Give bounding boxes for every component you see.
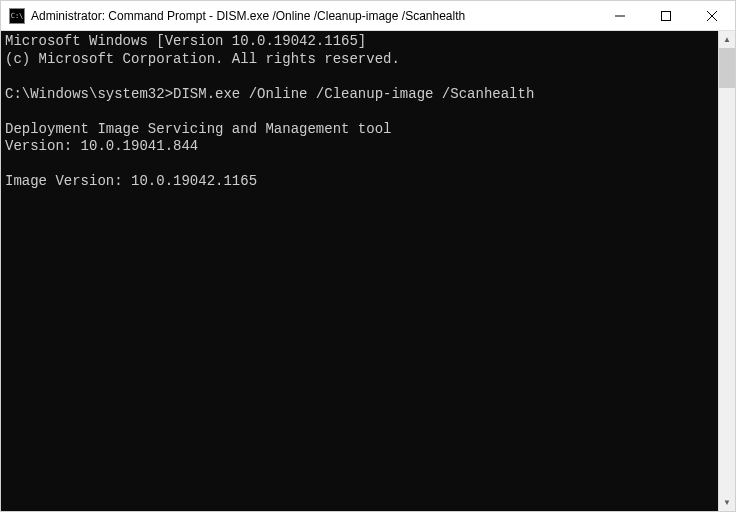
console-output[interactable]: Microsoft Windows [Version 10.0.19042.11…	[1, 31, 718, 511]
app-icon: C:\	[9, 8, 25, 24]
minimize-button[interactable]	[597, 1, 643, 30]
console-line: Microsoft Windows [Version 10.0.19042.11…	[5, 33, 366, 49]
maximize-button[interactable]	[643, 1, 689, 30]
console-line: Image Version: 10.0.19042.1165	[5, 173, 257, 189]
console-line: Version: 10.0.19041.844	[5, 138, 198, 154]
scroll-thumb[interactable]	[719, 48, 735, 88]
close-button[interactable]	[689, 1, 735, 30]
scroll-up-button[interactable]: ▲	[719, 31, 735, 48]
console-line: (c) Microsoft Corporation. All rights re…	[5, 51, 400, 67]
vertical-scrollbar[interactable]: ▲ ▼	[718, 31, 735, 511]
minimize-icon	[615, 11, 625, 21]
svg-rect-1	[662, 11, 671, 20]
console-line: Deployment Image Servicing and Managemen…	[5, 121, 391, 137]
scroll-down-button[interactable]: ▼	[719, 494, 735, 511]
window-titlebar[interactable]: C:\ Administrator: Command Prompt - DISM…	[1, 1, 735, 31]
window-title: Administrator: Command Prompt - DISM.exe…	[31, 9, 597, 23]
close-icon	[707, 11, 717, 21]
console-area: Microsoft Windows [Version 10.0.19042.11…	[1, 31, 735, 511]
console-line: C:\Windows\system32>DISM.exe /Online /Cl…	[5, 86, 534, 102]
maximize-icon	[661, 11, 671, 21]
window-controls	[597, 1, 735, 30]
